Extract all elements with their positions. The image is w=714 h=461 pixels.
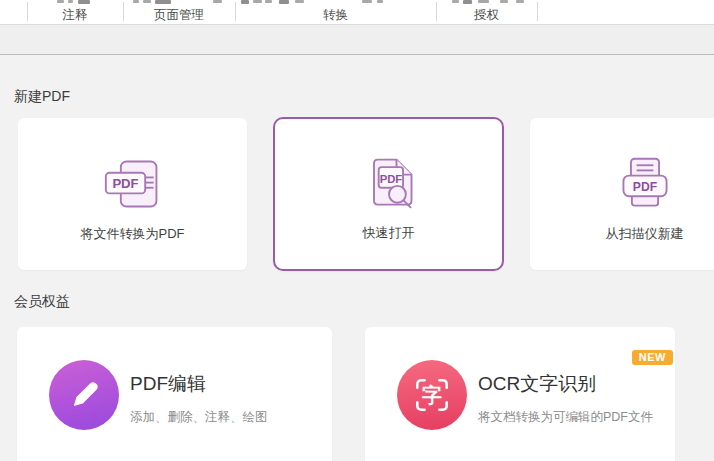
- tab-annotate-label: 注释: [63, 8, 88, 22]
- card-new-from-scanner[interactable]: PDF 从扫描仪新建: [530, 118, 714, 270]
- pencil-icon: [49, 360, 119, 430]
- toolbar-divider: [436, 2, 437, 21]
- pdf-app-home: 注释 页面管理 转换 授权 新建PDF PDF 将文件转换为PDF: [0, 0, 714, 461]
- section-title-member-benefits: 会员权益: [14, 293, 70, 311]
- tab-convert[interactable]: 转换: [235, 0, 436, 24]
- card-ocr-recognition[interactable]: NEW 字 OCR文字识别 将文档转换为可编辑的PDF文件: [365, 327, 675, 461]
- card-label: 快速打开: [363, 224, 415, 242]
- card-quick-open[interactable]: PDF 快速打开: [273, 117, 504, 271]
- card-pdf-edit[interactable]: PDF编辑 添加、删除、注释、绘图: [17, 327, 332, 461]
- ocr-char-icon: 字: [397, 360, 467, 430]
- benefit-title: PDF编辑: [130, 371, 268, 397]
- section-title-new-pdf: 新建PDF: [14, 88, 70, 106]
- tab-convert-label: 转换: [323, 8, 348, 22]
- toolbar-divider: [27, 2, 28, 21]
- card-label: 从扫描仪新建: [606, 225, 684, 243]
- new-badge: NEW: [632, 350, 673, 365]
- svg-text:PDF: PDF: [112, 176, 138, 191]
- card-label: 将文件转换为PDF: [81, 225, 185, 243]
- toolbar-divider: [123, 2, 124, 21]
- tab-page-management-label: 页面管理: [154, 8, 204, 22]
- benefit-title: OCR文字识别: [478, 371, 653, 397]
- svg-text:PDF: PDF: [632, 180, 656, 194]
- tab-authorize-label: 授权: [474, 8, 499, 22]
- pdf-scanner-icon: PDF: [615, 156, 675, 212]
- tab-annotate[interactable]: 注释: [27, 0, 123, 24]
- pdf-convert-icon: PDF: [103, 156, 163, 212]
- ribbon-lower-band: [0, 25, 714, 55]
- tab-page-management[interactable]: 页面管理: [123, 0, 235, 24]
- toolbar-divider: [537, 2, 538, 21]
- svg-text:字: 字: [422, 384, 442, 406]
- card-convert-file-to-pdf[interactable]: PDF 将文件转换为PDF: [18, 118, 247, 270]
- benefit-subtitle: 将文档转换为可编辑的PDF文件: [478, 409, 653, 426]
- ribbon-toolbar: 注释 页面管理 转换 授权: [0, 0, 714, 25]
- toolbar-divider: [235, 2, 236, 21]
- pdf-open-search-icon: PDF: [359, 155, 419, 211]
- tab-authorize[interactable]: 授权: [436, 0, 537, 24]
- benefit-subtitle: 添加、删除、注释、绘图: [130, 409, 268, 426]
- svg-text:PDF: PDF: [379, 173, 402, 185]
